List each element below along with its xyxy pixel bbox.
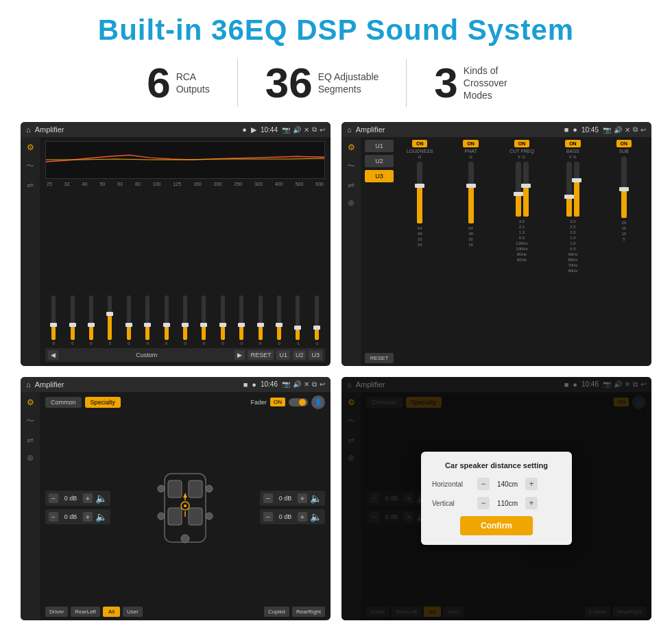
phat-freq: 64 bbox=[468, 226, 473, 230]
preset-u1[interactable]: U1 bbox=[365, 140, 394, 152]
dialog-horizontal-minus[interactable]: − bbox=[477, 478, 490, 490]
cutfreq-val4: 0.5 bbox=[519, 236, 525, 240]
dialog-horizontal-plus[interactable]: + bbox=[525, 478, 538, 490]
eq-track-6[interactable] bbox=[165, 295, 169, 340]
wave-icon-1[interactable]: 〜 bbox=[26, 160, 34, 172]
cutfreq-track1[interactable] bbox=[516, 162, 521, 217]
fader-fr-plus[interactable]: + bbox=[298, 493, 307, 503]
phat-track[interactable] bbox=[468, 162, 474, 223]
all-btn[interactable]: All bbox=[103, 607, 120, 617]
stat-eq: 36 EQ AdjustableSegments bbox=[238, 62, 407, 104]
eq-track-7[interactable] bbox=[183, 295, 187, 340]
freq-630: 630 bbox=[315, 182, 324, 186]
window-icon-3: ⧉ bbox=[312, 380, 317, 389]
copilot-btn[interactable]: Copilot bbox=[264, 607, 289, 617]
eq-slider-12: 0 bbox=[271, 295, 287, 345]
u1-btn[interactable]: U1 bbox=[276, 350, 290, 360]
eq-track-9[interactable] bbox=[221, 295, 225, 340]
eq-track-4[interactable] bbox=[127, 295, 131, 340]
crossover-presets: U1 U2 U3 RESET bbox=[365, 140, 394, 363]
bass-toggle[interactable]: ON bbox=[565, 140, 581, 147]
phat-toggle[interactable]: ON bbox=[463, 140, 479, 147]
driver-btn[interactable]: Driver bbox=[45, 607, 68, 617]
confirm-button[interactable]: Confirm bbox=[460, 516, 533, 535]
fader-fl-minus[interactable]: − bbox=[49, 493, 58, 503]
eq-track-3[interactable] bbox=[108, 295, 112, 340]
eq-freq-labels: 25 32 40 50 63 80 100 125 160 200 250 32… bbox=[45, 182, 325, 186]
next-btn[interactable]: ▶ bbox=[235, 350, 245, 360]
cutfreq-track2[interactable] bbox=[523, 162, 529, 217]
eq-track-14[interactable] bbox=[315, 295, 319, 340]
fader-tab-common[interactable]: Common bbox=[45, 397, 82, 408]
u3-btn[interactable]: U3 bbox=[309, 350, 322, 360]
dialog-vertical-plus[interactable]: + bbox=[525, 497, 538, 509]
prev-btn[interactable]: ◀ bbox=[48, 350, 58, 360]
preset-u2[interactable]: U2 bbox=[365, 155, 394, 167]
fader-tab-specialty[interactable]: Specialty bbox=[85, 397, 121, 408]
eq-track-0[interactable] bbox=[51, 295, 56, 340]
loudness-toggle[interactable]: ON bbox=[412, 140, 428, 147]
wave-icon-3[interactable]: 〜 bbox=[26, 415, 34, 427]
fader-rl-plus[interactable]: + bbox=[83, 512, 93, 522]
topbar-1: ⌂ Amplifier ● ▶ 10:44 📷 🔊 ✕ ⧉ ↩ bbox=[21, 122, 331, 137]
topbar-3: ⌂ Amplifier ■ ● 10:46 📷 🔊 ✕ ⧉ ↩ bbox=[21, 377, 331, 392]
fader-toggle[interactable]: ON bbox=[270, 398, 285, 406]
dialog-title: Car speaker distance setting bbox=[432, 461, 561, 470]
eq-track-2[interactable] bbox=[89, 295, 93, 340]
cutfreq-hz: 120Hz bbox=[516, 241, 527, 245]
dialog-vertical-minus[interactable]: − bbox=[477, 497, 490, 509]
cutfreq-toggle[interactable]: ON bbox=[514, 140, 530, 147]
arrows-icon-3[interactable]: ⇌ bbox=[27, 435, 34, 445]
u2-btn[interactable]: U2 bbox=[293, 350, 307, 360]
eq-track-8[interactable] bbox=[202, 295, 206, 340]
profile-icon-3[interactable]: 👤 bbox=[311, 395, 325, 409]
sub-toggle[interactable]: ON bbox=[616, 140, 632, 147]
eq-track-13[interactable] bbox=[296, 295, 300, 340]
loudness-track[interactable] bbox=[417, 162, 422, 223]
speaker-fl-icon: 🔈 bbox=[95, 493, 107, 504]
sub-track[interactable] bbox=[621, 156, 627, 218]
arrows-icon-1[interactable]: ⇌ bbox=[27, 180, 34, 190]
fader-rr-minus[interactable]: − bbox=[263, 512, 273, 522]
eq-val-2: 0 bbox=[90, 341, 92, 345]
fader-rr-plus[interactable]: + bbox=[298, 512, 307, 522]
camera-icon-1: 📷 bbox=[282, 126, 290, 134]
eq-val-0: 0 bbox=[53, 341, 55, 345]
rearright-btn[interactable]: RearRight bbox=[292, 607, 325, 617]
home-icon-1: ⌂ bbox=[26, 125, 31, 134]
eq-track-1[interactable] bbox=[71, 295, 75, 340]
split-icon-2[interactable]: ⊕ bbox=[348, 198, 355, 208]
eq-track-11[interactable] bbox=[259, 295, 263, 340]
eq-icon-2[interactable]: ⚙ bbox=[348, 143, 355, 152]
eq-icon-active[interactable]: ⚙ bbox=[27, 143, 34, 152]
svg-point-16 bbox=[206, 513, 213, 520]
fader-slider[interactable] bbox=[289, 398, 308, 406]
fader-fr-minus[interactable]: − bbox=[263, 493, 273, 503]
cutfreq-val2: 2.1 bbox=[519, 225, 525, 229]
preset-u3[interactable]: U3 bbox=[365, 170, 394, 182]
eq-track-5[interactable] bbox=[145, 295, 149, 340]
reset-btn-2[interactable]: RESET bbox=[365, 353, 394, 363]
loudness-freq: 64 bbox=[418, 226, 422, 230]
reset-btn-1[interactable]: RESET bbox=[248, 350, 274, 360]
arrows-icon-2[interactable]: ⇌ bbox=[348, 180, 355, 190]
fader-fl-plus[interactable]: + bbox=[83, 493, 93, 503]
freq-500: 500 bbox=[296, 182, 304, 186]
split-icon-3[interactable]: ⊕ bbox=[27, 453, 34, 463]
user-btn[interactable]: User bbox=[123, 607, 143, 617]
bass-val4: 1.5 bbox=[570, 236, 575, 240]
bass-track2[interactable] bbox=[574, 162, 579, 217]
freq-320: 320 bbox=[254, 182, 263, 186]
topbar-title-1: Amplifier bbox=[35, 125, 239, 134]
bass-track1[interactable] bbox=[566, 162, 572, 217]
eq-track-12[interactable] bbox=[277, 295, 281, 340]
eq-icon-3[interactable]: ⚙ bbox=[27, 398, 34, 407]
svg-rect-7 bbox=[168, 508, 182, 525]
rearleft-btn[interactable]: RearLeft bbox=[71, 607, 100, 617]
wave-icon-2[interactable]: 〜 bbox=[347, 160, 355, 172]
eq-track-10[interactable] bbox=[239, 295, 243, 340]
back-icon-3: ↩ bbox=[320, 380, 325, 388]
eq-slider-9: 0 bbox=[215, 295, 231, 345]
loudness-freq3: 32 bbox=[418, 237, 422, 241]
fader-rl-minus[interactable]: − bbox=[49, 512, 58, 522]
